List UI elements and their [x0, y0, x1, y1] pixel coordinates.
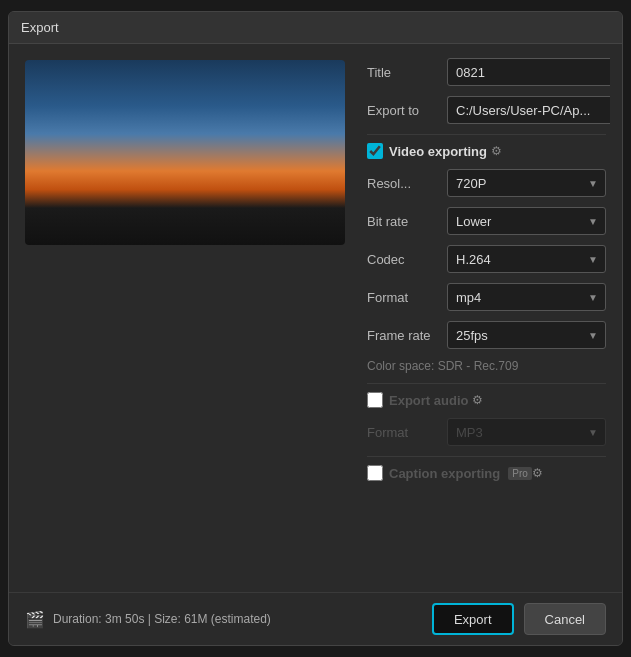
resolution-select[interactable]: 720P 1080P 480P 4K: [447, 169, 606, 197]
bitrate-select[interactable]: Lower Medium Higher: [447, 207, 606, 235]
audio-format-row: Format MP3 AAC WAV ▼: [367, 418, 606, 446]
footer-buttons: Export Cancel: [432, 603, 606, 635]
audio-format-select[interactable]: MP3 AAC WAV: [447, 418, 606, 446]
footer-info-text: Duration: 3m 50s | Size: 61M (estimated): [53, 612, 271, 626]
format-row: Format mp4 mov avi ▼: [367, 283, 606, 311]
export-path-input[interactable]: [447, 96, 610, 124]
dialog-titlebar: Export: [9, 12, 622, 44]
video-exporting-checkbox[interactable]: [367, 143, 383, 159]
caption-exporting-title: Caption exporting: [389, 466, 500, 481]
dialog-content: Title Export to 🗁: [9, 44, 622, 592]
divider-1: [367, 134, 606, 135]
footer-info: 🎬 Duration: 3m 50s | Size: 61M (estimate…: [25, 610, 432, 629]
audio-exporting-checkbox[interactable]: [367, 392, 383, 408]
preview-panel: [9, 44, 359, 592]
codec-select-wrapper: H.264 H.265 ProRes ▼: [447, 245, 606, 273]
bitrate-row: Bit rate Lower Medium Higher ▼: [367, 207, 606, 235]
export-to-row: Export to 🗁: [367, 96, 606, 124]
audio-format-label: Format: [367, 425, 447, 440]
cancel-button[interactable]: Cancel: [524, 603, 606, 635]
codec-select[interactable]: H.264 H.265 ProRes: [447, 245, 606, 273]
framerate-row: Frame rate 25fps 24fps 30fps 60fps ▼: [367, 321, 606, 349]
resolution-row: Resol... 720P 1080P 480P 4K ▼: [367, 169, 606, 197]
caption-exporting-checkbox[interactable]: [367, 465, 383, 481]
video-thumbnail: [25, 60, 345, 245]
caption-exporting-header: Caption exporting Pro ⚙: [367, 465, 606, 481]
title-label: Title: [367, 65, 447, 80]
video-info-icon: 🎬: [25, 610, 45, 629]
dialog-title: Export: [21, 20, 59, 35]
title-row: Title: [367, 58, 606, 86]
caption-exporting-settings-icon[interactable]: ⚙: [532, 466, 543, 480]
video-exporting-header: Video exporting ⚙: [367, 143, 606, 159]
audio-exporting-header: Export audio ⚙: [367, 392, 606, 408]
divider-3: [367, 456, 606, 457]
pro-badge: Pro: [508, 467, 532, 480]
divider-2: [367, 383, 606, 384]
format-select[interactable]: mp4 mov avi: [447, 283, 606, 311]
codec-row: Codec H.264 H.265 ProRes ▼: [367, 245, 606, 273]
resolution-label: Resol...: [367, 176, 447, 191]
path-row: 🗁: [447, 96, 610, 124]
color-space-text: Color space: SDR - Rec.709: [367, 359, 606, 373]
video-preview: [25, 60, 345, 245]
framerate-select[interactable]: 25fps 24fps 30fps 60fps: [447, 321, 606, 349]
video-exporting-title: Video exporting: [389, 144, 487, 159]
codec-label: Codec: [367, 252, 447, 267]
audio-exporting-settings-icon[interactable]: ⚙: [472, 393, 483, 407]
format-select-wrapper: mp4 mov avi ▼: [447, 283, 606, 311]
dialog-footer: 🎬 Duration: 3m 50s | Size: 61M (estimate…: [9, 592, 622, 645]
bitrate-select-wrapper: Lower Medium Higher ▼: [447, 207, 606, 235]
settings-scroll: Title Export to 🗁: [367, 58, 610, 578]
export-to-label: Export to: [367, 103, 447, 118]
audio-format-select-wrapper: MP3 AAC WAV ▼: [447, 418, 606, 446]
format-label: Format: [367, 290, 447, 305]
export-button[interactable]: Export: [432, 603, 514, 635]
title-input[interactable]: [447, 58, 610, 86]
export-dialog: Export Title Export to: [8, 11, 623, 646]
framerate-select-wrapper: 25fps 24fps 30fps 60fps ▼: [447, 321, 606, 349]
bitrate-label: Bit rate: [367, 214, 447, 229]
video-exporting-settings-icon[interactable]: ⚙: [491, 144, 502, 158]
audio-exporting-title: Export audio: [389, 393, 468, 408]
framerate-label: Frame rate: [367, 328, 447, 343]
settings-panel: Title Export to 🗁: [359, 44, 622, 592]
resolution-select-wrapper: 720P 1080P 480P 4K ▼: [447, 169, 606, 197]
